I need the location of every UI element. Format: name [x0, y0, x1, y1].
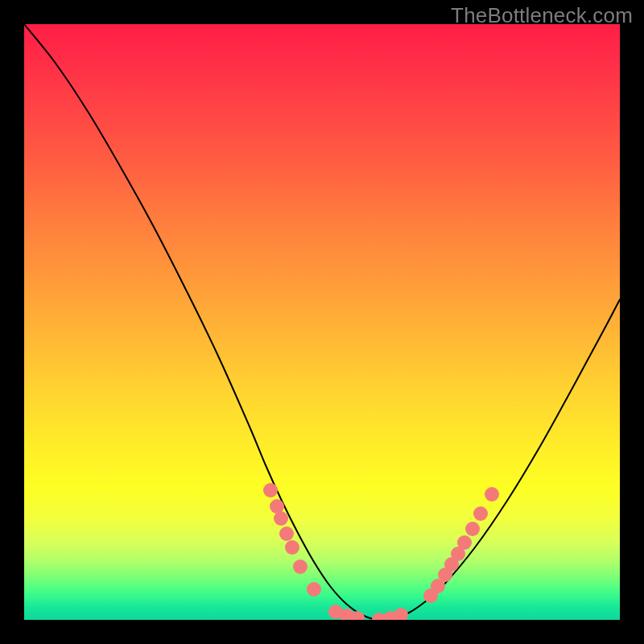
data-marker: [263, 483, 278, 497]
data-marker: [293, 559, 308, 574]
data-marker: [279, 526, 294, 541]
plot-area: [24, 24, 620, 620]
data-marker: [465, 522, 480, 536]
watermark-text: TheBottleneck.com: [451, 3, 633, 28]
data-marker: [485, 487, 499, 502]
data-marker: [457, 535, 472, 550]
data-marker: [473, 506, 488, 521]
data-marker: [274, 511, 288, 526]
data-marker: [394, 608, 408, 620]
data-marker: [285, 540, 299, 555]
data-markers: [263, 483, 499, 620]
bottleneck-curve: [24, 24, 620, 620]
data-marker: [307, 582, 321, 597]
chart-frame: TheBottleneck.com: [0, 0, 644, 644]
chart-svg: [24, 24, 620, 620]
